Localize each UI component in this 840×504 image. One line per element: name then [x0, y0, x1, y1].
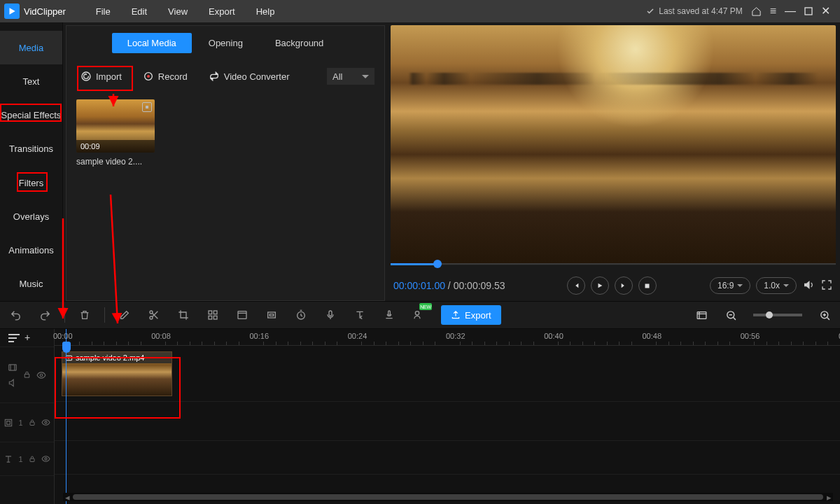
mosaic-icon[interactable]	[206, 308, 220, 322]
leftrail-music[interactable]: Music	[0, 267, 62, 301]
svg-rect-15	[388, 311, 391, 315]
svg-point-26	[44, 421, 46, 424]
video-converter-button[interactable]: Video Converter	[204, 68, 294, 85]
next-frame-button[interactable]	[615, 276, 633, 295]
timeline-ruler[interactable]: 00:0000:0800:1600:2400:3200:4000:4800:56…	[55, 332, 840, 346]
speech-to-text-icon[interactable]	[382, 308, 396, 322]
menu-edit[interactable]: Edit	[132, 6, 147, 17]
leftrail-special-effects[interactable]: Special Effects	[0, 99, 62, 132]
menu-file[interactable]: File	[96, 6, 111, 17]
text-track-1[interactable]	[55, 441, 840, 475]
leftrail-filters[interactable]: Filters	[0, 166, 62, 200]
timeline-toolbar: NEW Export	[0, 301, 840, 329]
svg-rect-25	[30, 422, 34, 426]
zoom-out-icon[interactable]	[724, 308, 738, 322]
media-filter-dropdown[interactable]: All	[327, 68, 374, 85]
delete-icon[interactable]	[78, 308, 92, 322]
window-menu-icon[interactable]: ≡	[770, 6, 776, 17]
svg-rect-10	[214, 316, 217, 319]
svg-rect-20	[9, 364, 17, 370]
import-button[interactable]: Import	[76, 68, 126, 85]
fullscreen-icon[interactable]	[820, 279, 833, 293]
chevron-down-icon	[362, 75, 369, 78]
menu-export[interactable]: Export	[209, 6, 235, 17]
redo-icon[interactable]	[38, 308, 52, 322]
leftrail-text[interactable]: Text	[0, 64, 62, 98]
converter-icon	[209, 71, 220, 82]
render-cache-icon[interactable]	[694, 308, 708, 322]
thumbnail-duration: 00:09	[76, 140, 155, 153]
thumbnail-marker-icon	[142, 102, 152, 112]
svg-rect-4	[645, 284, 650, 288]
play-button[interactable]	[591, 276, 609, 295]
svg-rect-9	[209, 316, 212, 319]
edit-icon[interactable]	[118, 308, 132, 322]
crop-icon[interactable]	[176, 308, 190, 322]
subtab-opening[interactable]: Opening	[193, 33, 258, 53]
svg-point-16	[415, 312, 419, 315]
home-icon[interactable]	[751, 6, 762, 17]
leftrail-transitions[interactable]: Transitions	[0, 132, 62, 166]
record-button[interactable]: Record	[139, 68, 192, 85]
undo-icon[interactable]	[8, 308, 22, 322]
svg-rect-23	[6, 419, 12, 426]
leftrail-overlays[interactable]: Overlays	[0, 200, 62, 233]
export-button[interactable]: Export	[441, 305, 501, 325]
preview-video[interactable]	[391, 25, 836, 265]
track-options-icon[interactable]	[8, 334, 20, 342]
maximize-icon[interactable]	[804, 7, 813, 15]
leftrail-media[interactable]: Media	[0, 31, 62, 64]
new-badge: NEW	[419, 303, 432, 310]
svg-rect-21	[24, 374, 29, 377]
subtab-background[interactable]: Background	[260, 33, 339, 53]
voiceover-icon[interactable]	[323, 308, 337, 322]
prev-frame-button[interactable]	[567, 276, 585, 295]
svg-rect-24	[7, 421, 10, 424]
svg-rect-27	[30, 458, 34, 462]
text-to-speech-icon[interactable]	[353, 308, 367, 322]
svg-point-3	[147, 75, 150, 78]
leftrail-animations[interactable]: Animations	[0, 234, 62, 267]
timeline-zoom-slider[interactable]	[753, 314, 802, 316]
zoom-icon[interactable]	[265, 308, 279, 322]
menu-help[interactable]: Help	[256, 6, 275, 17]
timeline-scrollbar[interactable]: ◂ ▸	[63, 493, 833, 501]
svg-point-28	[44, 458, 46, 460]
playback-speed-dropdown[interactable]: 1.0x	[756, 277, 797, 294]
svg-rect-14	[329, 311, 332, 316]
duration-icon[interactable]	[294, 308, 308, 322]
freeze-frame-icon[interactable]	[235, 308, 249, 322]
timeline-playhead[interactable]	[66, 329, 66, 504]
svg-point-22	[40, 374, 43, 377]
ai-feature-icon[interactable]: NEW	[412, 308, 426, 322]
left-rail: Media Text Special Effects Transitions F…	[0, 22, 63, 301]
record-icon	[143, 71, 154, 82]
app-logo	[4, 4, 20, 19]
zoom-in-icon[interactable]	[818, 308, 832, 322]
preview-panel: 00:00:01.00 / 00:00:09.53 16:9 1.0x	[385, 22, 840, 301]
app-name: VidClipper	[24, 6, 66, 17]
minimize-icon[interactable]: —	[785, 6, 796, 17]
preview-timecode: 00:00:01.00 / 00:00:09.53	[393, 280, 505, 291]
svg-rect-12	[268, 312, 276, 318]
overlay-track-1[interactable]	[55, 402, 840, 441]
preview-scrubber[interactable]	[391, 259, 836, 270]
media-thumbnail[interactable]: 00:09	[76, 99, 155, 153]
close-icon[interactable]: ✕	[821, 6, 830, 17]
svg-rect-17	[697, 312, 706, 318]
svg-rect-7	[209, 311, 212, 314]
subtab-local[interactable]: Local Media	[112, 33, 192, 53]
menu-view[interactable]: View	[168, 6, 188, 17]
video-track-1[interactable]: sample video 2.mp4	[55, 346, 840, 402]
svg-rect-11	[238, 312, 246, 319]
volume-icon[interactable]	[802, 279, 815, 293]
aspect-ratio-dropdown[interactable]: 16:9	[710, 277, 750, 294]
timeline: + 1 1 00:0000:0800:160	[0, 329, 840, 504]
split-icon[interactable]	[147, 308, 161, 322]
svg-rect-8	[214, 311, 217, 314]
media-panel: Local Media Opening Background Import Re…	[66, 25, 385, 301]
timeline-clip[interactable]: sample video 2.mp4	[62, 351, 172, 396]
import-icon	[80, 71, 92, 82]
svg-rect-0	[805, 8, 812, 15]
stop-button[interactable]	[638, 276, 657, 295]
